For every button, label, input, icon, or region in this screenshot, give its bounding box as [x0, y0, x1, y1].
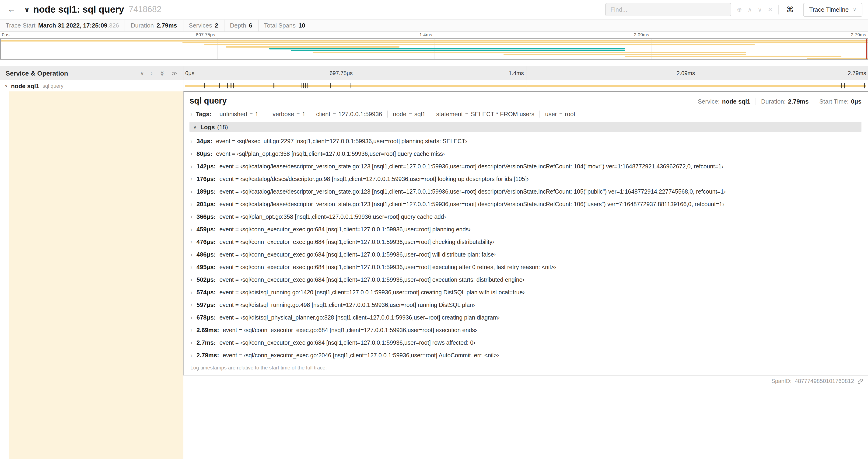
timeline-tick-label: 0μs [0, 32, 11, 38]
log-entry[interactable]: ›495μs:event = ‹sql/conn_executor_exec.g… [190, 261, 862, 273]
log-entry[interactable]: ›2.7ms:event = ‹sql/conn_executor_exec.g… [190, 336, 862, 349]
chevron-down-icon[interactable]: ∨ [5, 84, 8, 88]
minimap-range-handle[interactable] [0, 39, 1, 59]
equals-sign: = [249, 111, 253, 118]
tree-controls: ∨ › ≫ ≫ [140, 70, 177, 76]
trace-id: 7418682 [129, 5, 161, 14]
log-timestamp: 176μs: [196, 175, 216, 183]
logs-section-header[interactable]: ∨ Logs (18) [189, 122, 862, 132]
chevron-right-icon: › [190, 276, 196, 283]
timeline-tick-label: 2.09ms [675, 70, 697, 76]
find-controls: ⊕ ∧ ∨ ✕ [737, 6, 773, 13]
equals-sign: = [409, 111, 412, 118]
trace-summary: Trace StartMarch 31 2022, 17:25:09.326Du… [0, 20, 868, 32]
next-result-icon[interactable]: ∨ [757, 6, 762, 13]
log-event-text: event = ‹sql/conn_executor_exec.go:684 [… [219, 226, 470, 233]
log-entry[interactable]: ›201μs:event = ‹sql/catalog/lease/descri… [190, 198, 862, 210]
trace-timeline-page: ← ∨ node sql1: sql query 7418682 ⊕ ∧ ∨ ✕… [0, 0, 868, 459]
log-list: ›34μs:event = ‹sql/exec_util.go:2297 [ns… [189, 135, 862, 362]
log-marker-tick [231, 83, 231, 88]
log-event-text: event = ‹sql/plan_opt.go:358 [nsql1,clie… [216, 151, 445, 157]
expand-one-level-icon[interactable]: › [151, 70, 153, 76]
span-id-value: 4877749850101760812 [795, 378, 854, 384]
prev-result-icon[interactable]: ∧ [748, 6, 752, 13]
log-entry[interactable]: ›459μs:event = ‹sql/conn_executor_exec.g… [190, 223, 862, 236]
zoom-to-result-icon[interactable]: ⊕ [737, 6, 742, 13]
equals-sign: = [465, 111, 468, 118]
log-entry[interactable]: ›2.79ms:event = ‹sql/conn_executor_exec.… [190, 349, 862, 362]
span-name-cell[interactable]: ∨ node sql1 sql query [0, 80, 183, 91]
log-marker-tick [297, 83, 298, 88]
find-input[interactable] [605, 3, 731, 16]
logs-label: Logs [200, 123, 215, 130]
summary-item: Duration2.79ms [125, 19, 183, 31]
back-button[interactable]: ← [6, 5, 20, 14]
trace-view-selector[interactable]: Trace Timeline ∨ [803, 3, 862, 17]
tag-value: SELECT * FROM users [471, 110, 534, 118]
log-event-text: event = ‹sql/distsql_running.go:498 [nsq… [219, 302, 475, 308]
log-marker-tick [325, 83, 326, 88]
log-entry[interactable]: ›2.69ms:event = ‹sql/conn_executor_exec.… [190, 324, 862, 336]
timeline-gridline [526, 80, 526, 91]
log-event-text: event = ‹sql/conn_executor_exec.go:684 [… [219, 339, 475, 346]
log-entry[interactable]: ›366μs:event = ‹sql/plan_opt.go:358 [nsq… [190, 210, 862, 223]
log-entry[interactable]: ›678μs:event = ‹sql/distsql_physical_pla… [190, 311, 862, 324]
log-timestamp: 189μs: [196, 188, 216, 195]
equals-sign: = [333, 111, 336, 118]
span-bar[interactable] [185, 85, 866, 87]
tag-item: _unfinished=1 [216, 110, 264, 118]
log-entry[interactable]: ›597μs:event = ‹sql/distsql_running.go:4… [190, 299, 862, 311]
chevron-right-icon: › [190, 213, 196, 220]
collapse-all-icon[interactable]: ≫ [159, 70, 165, 76]
minimap-span-bar [807, 58, 868, 59]
span-id-label: SpanID: [771, 378, 792, 384]
summary-item: Depth6 [224, 19, 258, 31]
trace-header-collapse-icon[interactable]: ∨ [24, 6, 30, 13]
tag-key: statement [436, 110, 463, 118]
expand-all-icon[interactable]: ≫ [172, 70, 177, 76]
chevron-right-icon[interactable]: › [190, 110, 192, 118]
chevron-right-icon: › [190, 352, 196, 359]
log-event-text: event = ‹sql/catalog/lease/descriptor_ve… [219, 163, 723, 170]
log-entry[interactable]: ›34μs:event = ‹sql/exec_util.go:2297 [ns… [190, 135, 862, 147]
log-entry[interactable]: ›476μs:event = ‹sql/conn_executor_exec.g… [190, 236, 862, 248]
log-entry[interactable]: ›574μs:event = ‹sql/distsql_running.go:1… [190, 286, 862, 299]
summary-label: Total Spans [264, 19, 296, 31]
clear-find-icon[interactable]: ✕ [768, 6, 773, 13]
log-entry[interactable]: ›142μs:event = ‹sql/catalog/lease/descri… [190, 160, 862, 173]
span-detail-header: sql query Service: node sql1 Duration: 2… [189, 96, 862, 106]
log-marker-tick [301, 83, 302, 88]
link-icon[interactable] [857, 378, 863, 384]
keyboard-shortcuts-button[interactable]: ⌘ [784, 5, 796, 14]
summary-label: Services [189, 19, 212, 31]
log-entry[interactable]: ›486μs:event = ‹sql/conn_executor_exec.g… [190, 248, 862, 261]
log-entry[interactable]: ›176μs:event = ‹sql/catalog/descs/descri… [190, 173, 862, 185]
log-entry[interactable]: ›502μs:event = ‹sql/conn_executor_exec.g… [190, 273, 862, 286]
timeline-tick-label: 2.79ms [849, 32, 868, 38]
collapse-one-level-icon[interactable]: ∨ [140, 70, 144, 76]
log-event-text: event = ‹sql/conn_executor_exec.go:684 [… [219, 251, 496, 258]
tags-row[interactable]: › Tags: _unfinished=1_verbose=1client=12… [190, 110, 862, 118]
summary-value: 10 [299, 19, 305, 31]
minimap-span-bar [0, 40, 868, 41]
tag-item: statement=SELECT * FROM users [431, 110, 539, 118]
chevron-down-icon[interactable]: ∨ [193, 124, 197, 129]
log-timestamp: 459μs: [196, 226, 216, 233]
span-detail-panel: sql query Service: node sql1 Duration: 2… [183, 91, 868, 375]
chevron-right-icon: › [190, 289, 196, 296]
tag-value: 127.0.0.1:59936 [338, 110, 382, 118]
minimap-canvas[interactable] [0, 38, 868, 60]
span-operation-name: sql query [43, 83, 63, 89]
log-marker-tick [274, 83, 274, 88]
span-timeline-cell [183, 80, 868, 91]
span-duration-meta: Duration: 2.79ms [755, 98, 814, 105]
log-entry[interactable]: ›80μs:event = ‹sql/plan_opt.go:358 [nsql… [190, 147, 862, 160]
timeline-gridline [697, 80, 698, 91]
log-timestamp: 678μs: [196, 314, 216, 321]
start-time-value: 0μs [851, 98, 862, 105]
log-marker-tick [307, 83, 308, 88]
minimap: 0μs697.75μs1.4ms2.09ms2.79ms [0, 32, 868, 60]
log-entry[interactable]: ›189μs:event = ‹sql/catalog/lease/descri… [190, 185, 862, 198]
log-marker-tick [219, 83, 220, 88]
log-marker-tick [303, 83, 304, 88]
